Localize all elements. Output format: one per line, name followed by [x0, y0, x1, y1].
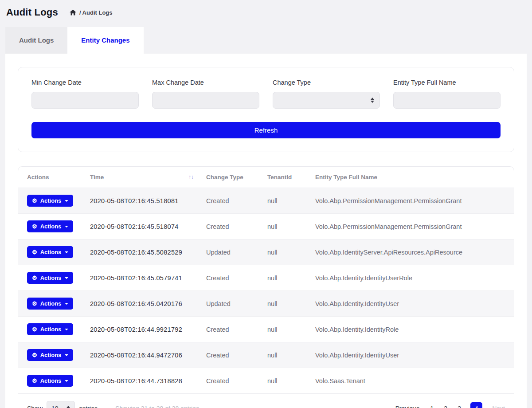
tab-bar: Audit Logs Entity Changes	[5, 27, 527, 54]
entity-type-cell: Volo.Abp.Identity.IdentityUserRole	[309, 265, 514, 291]
gear-icon: ⚙	[32, 378, 37, 384]
pagination-page-3[interactable]: 3	[457, 405, 462, 408]
gear-icon: ⚙	[32, 326, 37, 332]
tenantid-cell: null	[261, 317, 309, 342]
pagination-page-2[interactable]: 2	[443, 405, 448, 408]
row-actions-button-label: Actions	[40, 223, 62, 230]
time-cell: 2020-05-08T02:16:45.0579741	[84, 265, 200, 291]
change-type-cell: Created	[200, 317, 261, 342]
gear-icon: ⚙	[32, 301, 37, 306]
filter-card: Min Change Date Max Change Date Change T…	[18, 67, 514, 152]
col-header-actions: Actions	[18, 167, 84, 188]
refresh-button[interactable]: Refresh	[31, 122, 501, 138]
home-icon[interactable]	[70, 9, 76, 16]
page-size-value: 10	[51, 405, 59, 408]
row-actions-button[interactable]: ⚙ Actions	[27, 349, 73, 361]
entity-type-cell: Volo.Abp.PermissionManagement.Permission…	[309, 214, 514, 239]
breadcrumb: / Audit Logs	[70, 9, 113, 16]
entity-type-cell: Volo.Abp.Identity.IdentityUser	[309, 291, 514, 317]
tenantid-cell: null	[261, 368, 309, 394]
entity-type-cell: Volo.Abp.IdentityServer.ApiResources.Api…	[309, 239, 514, 265]
min-change-date-input[interactable]	[31, 92, 139, 109]
tab-entity-changes[interactable]: Entity Changes	[67, 27, 143, 54]
table-row: ⚙ Actions 2020-05-08T02:16:45.0579741 Cr…	[18, 265, 514, 291]
filter-min-change-date: Min Change Date	[31, 79, 139, 109]
change-type-cell: Created	[200, 342, 261, 368]
caret-down-icon	[65, 277, 68, 279]
show-label: Show	[27, 405, 43, 408]
entity-type-cell: Volo.Abp.Identity.IdentityRole	[309, 317, 514, 342]
row-actions-button-label: Actions	[40, 377, 62, 384]
table-row: ⚙ Actions 2020-05-08T02:16:44.7318828 Cr…	[18, 368, 514, 394]
select-arrows-icon	[371, 98, 374, 103]
caret-down-icon	[65, 303, 68, 305]
max-change-date-input[interactable]	[152, 92, 259, 109]
filter-entity-type-full-name: Entity Type Full Name	[393, 79, 501, 109]
entity-type-cell: Volo.Abp.Identity.IdentityUser	[309, 342, 514, 368]
col-header-time[interactable]: Time ↑↓	[84, 167, 200, 188]
min-change-date-label: Min Change Date	[31, 79, 139, 86]
caret-down-icon	[65, 251, 68, 253]
filter-grid: Min Change Date Max Change Date Change T…	[31, 79, 501, 109]
pagination-page-4[interactable]: 4	[470, 402, 482, 408]
tenantid-cell: null	[261, 239, 309, 265]
time-cell: 2020-05-08T02:16:44.7318828	[84, 368, 200, 394]
table-row: ⚙ Actions 2020-05-08T02:16:45.518081 Cre…	[18, 188, 514, 214]
time-cell: 2020-05-08T02:16:45.0420176	[84, 291, 200, 317]
pagination-previous[interactable]: Previous	[395, 405, 419, 408]
tenantid-cell: null	[261, 265, 309, 291]
content-panel: Min Change Date Max Change Date Change T…	[5, 54, 527, 408]
table-row: ⚙ Actions 2020-05-08T02:16:45.518074 Cre…	[18, 214, 514, 239]
row-actions-button[interactable]: ⚙ Actions	[27, 220, 73, 232]
row-actions-button[interactable]: ⚙ Actions	[27, 298, 73, 310]
time-cell: 2020-05-08T02:16:44.9472706	[84, 342, 200, 368]
breadcrumb-path: / Audit Logs	[79, 9, 113, 16]
col-header-time-label: Time	[90, 174, 104, 180]
row-actions-button[interactable]: ⚙ Actions	[27, 375, 73, 387]
pagination: Previous 1234 Next	[395, 402, 505, 408]
gear-icon: ⚙	[32, 198, 37, 204]
col-header-tenantid: TenantId	[261, 167, 309, 188]
gear-icon: ⚙	[32, 352, 37, 358]
time-cell: 2020-05-08T02:16:45.518081	[84, 188, 200, 214]
table-row: ⚙ Actions 2020-05-08T02:16:45.0420176 Up…	[18, 291, 514, 317]
time-cell: 2020-05-08T02:16:45.5082529	[84, 239, 200, 265]
time-cell: 2020-05-08T02:16:44.9921792	[84, 317, 200, 342]
table-row: ⚙ Actions 2020-05-08T02:16:45.5082529 Up…	[18, 239, 514, 265]
page-size-select[interactable]: 10	[47, 401, 75, 408]
showing-text: Showing 31 to 38 of 38 entries	[115, 405, 199, 408]
tenantid-cell: null	[261, 291, 309, 317]
row-actions-button[interactable]: ⚙ Actions	[27, 195, 73, 207]
row-actions-button[interactable]: ⚙ Actions	[27, 272, 73, 284]
entity-type-cell: Volo.Saas.Tenant	[309, 368, 514, 394]
table-row: ⚙ Actions 2020-05-08T02:16:44.9921792 Cr…	[18, 317, 514, 342]
entity-changes-table: Actions Time ↑↓ Change Type TenantId Ent…	[18, 167, 514, 394]
change-type-cell: Created	[200, 188, 261, 214]
pagination-page-1[interactable]: 1	[429, 405, 434, 408]
filter-max-change-date: Max Change Date	[152, 79, 259, 109]
tab-audit-logs[interactable]: Audit Logs	[5, 27, 67, 54]
row-actions-button-label: Actions	[40, 197, 62, 204]
table-row: ⚙ Actions 2020-05-08T02:16:44.9472706 Cr…	[18, 342, 514, 368]
gear-icon: ⚙	[32, 275, 37, 281]
tenantid-cell: null	[261, 188, 309, 214]
sort-icon[interactable]: ↑↓	[188, 174, 194, 180]
table-card: Actions Time ↑↓ Change Type TenantId Ent…	[18, 166, 514, 408]
gear-icon: ⚙	[32, 249, 37, 255]
select-arrows-icon	[66, 406, 70, 408]
row-actions-button-label: Actions	[40, 249, 62, 255]
caret-down-icon	[65, 354, 68, 356]
change-type-label: Change Type	[273, 79, 380, 86]
row-actions-button[interactable]: ⚙ Actions	[27, 246, 73, 258]
entity-type-cell: Volo.Abp.PermissionManagement.Permission…	[309, 188, 514, 214]
caret-down-icon	[65, 226, 68, 228]
row-actions-button-label: Actions	[40, 326, 62, 333]
pagination-next[interactable]: Next	[492, 405, 505, 408]
entity-type-full-name-input[interactable]	[393, 92, 501, 109]
row-actions-button[interactable]: ⚙ Actions	[27, 323, 73, 335]
max-change-date-label: Max Change Date	[152, 79, 259, 86]
page-header: Audit Logs / Audit Logs	[0, 0, 532, 23]
caret-down-icon	[65, 200, 68, 202]
row-actions-button-label: Actions	[40, 300, 62, 307]
change-type-select[interactable]	[273, 92, 380, 109]
